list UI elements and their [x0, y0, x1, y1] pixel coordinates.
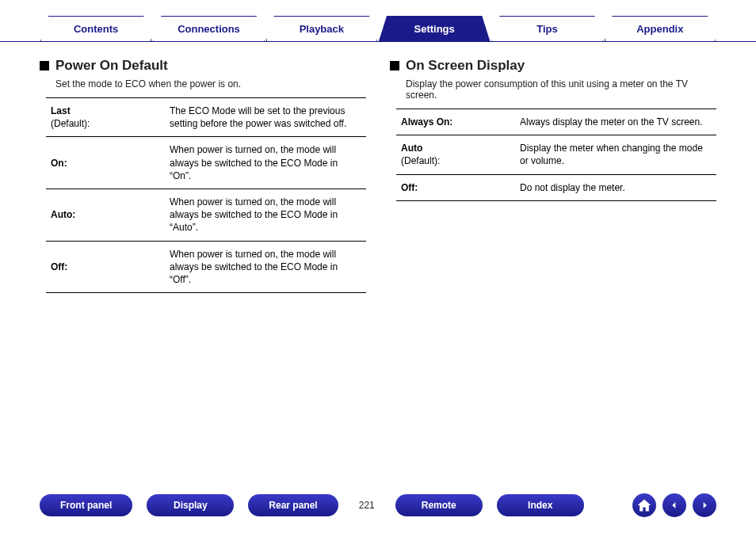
square-bullet-icon [390, 61, 399, 70]
square-bullet-icon [40, 61, 49, 70]
section-description: Display the power consumption of this un… [390, 78, 716, 101]
setting-name-label: Off: [401, 182, 418, 193]
table-row: Auto(Default):Display the meter when cha… [396, 135, 716, 174]
default-note: (Default): [401, 154, 510, 167]
setting-name-label: Off: [51, 261, 67, 272]
table-row: On:When power is turned on, the mode wil… [46, 137, 366, 189]
tab-contents[interactable]: Contents [40, 16, 151, 41]
nav-icons [632, 493, 716, 517]
setting-description: Always display the meter on the TV scree… [515, 109, 716, 135]
setting-description: Display the meter when changing the mode… [515, 135, 716, 174]
tab-settings[interactable]: Settings [379, 16, 490, 41]
setting-description: When power is turned on, the mode will a… [165, 241, 366, 293]
right-column: On Screen Display Display the power cons… [390, 58, 716, 293]
table-row: Always On:Always display the meter on th… [396, 109, 716, 135]
setting-name: Auto(Default): [396, 135, 515, 174]
table-row: Off:Do not display the meter. [396, 174, 716, 200]
display-button[interactable]: Display [147, 494, 234, 516]
section-heading-right: On Screen Display [390, 58, 716, 74]
setting-name: Always On: [396, 109, 515, 135]
section-title-text: On Screen Display [406, 58, 525, 74]
setting-name-label: On: [51, 158, 67, 169]
section-title-text: Power On Default [55, 58, 168, 74]
front-panel-button[interactable]: Front panel [40, 494, 132, 516]
settings-table-right: Always On:Always display the meter on th… [396, 109, 716, 201]
setting-description: Do not display the meter. [515, 174, 716, 200]
page-number: 221 [353, 500, 381, 511]
setting-name: Off: [396, 174, 515, 200]
setting-name: Auto: [46, 188, 165, 241]
left-column: Power On Default Set the mode to ECO whe… [40, 58, 366, 293]
main-content: Power On Default Set the mode to ECO whe… [0, 42, 756, 309]
default-note: (Default): [51, 117, 160, 130]
prev-page-icon[interactable] [662, 493, 686, 517]
setting-name-label: Auto: [51, 209, 75, 220]
top-tabs: ContentsConnectionsPlaybackSettingsTipsA… [0, 0, 756, 42]
table-row: Auto:When power is turned on, the mode w… [46, 188, 366, 241]
table-row: Last(Default):The ECO Mode will be set t… [46, 98, 366, 137]
bottom-nav: Front panel Display Rear panel 221 Remot… [0, 493, 756, 517]
section-heading-left: Power On Default [40, 58, 366, 74]
setting-name: On: [46, 137, 165, 189]
setting-name-label: Always On: [401, 116, 452, 128]
setting-description: When power is turned on, the mode will a… [165, 137, 366, 189]
setting-name: Last(Default): [46, 98, 165, 137]
tab-appendix[interactable]: Appendix [605, 16, 716, 41]
section-description: Set the mode to ECO when the power is on… [40, 78, 366, 89]
setting-name-label: Auto [401, 143, 422, 154]
tab-connections[interactable]: Connections [153, 16, 264, 41]
settings-table-left: Last(Default):The ECO Mode will be set t… [46, 97, 366, 293]
tab-playback[interactable]: Playback [266, 16, 377, 41]
index-button[interactable]: Index [497, 494, 584, 516]
table-row: Off:When power is turned on, the mode wi… [46, 241, 366, 293]
setting-name-label: Last [51, 105, 71, 116]
next-page-icon[interactable] [693, 493, 716, 517]
home-icon[interactable] [632, 493, 656, 517]
remote-button[interactable]: Remote [395, 494, 483, 516]
setting-description: The ECO Mode will be set to the previous… [165, 98, 366, 137]
tab-tips[interactable]: Tips [491, 16, 602, 41]
setting-name: Off: [46, 241, 165, 293]
setting-description: When power is turned on, the mode will a… [165, 188, 366, 241]
rear-panel-button[interactable]: Rear panel [248, 494, 338, 516]
